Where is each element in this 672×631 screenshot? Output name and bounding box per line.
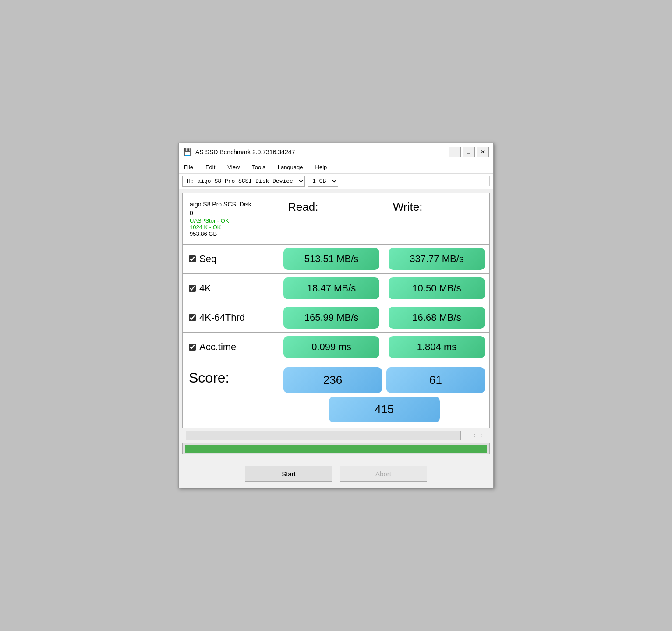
menu-edit[interactable]: Edit (203, 163, 218, 172)
seq-write-value: 337.77 MB/s (389, 248, 485, 270)
disk-size: 953.86 GB (190, 230, 272, 237)
app-icon: 💾 (183, 148, 192, 156)
window-title: AS SSD Benchmark 2.0.7316.34247 (195, 149, 445, 156)
progress-bar-container (186, 431, 461, 440)
4k64-label: 4K-64Thrd (199, 312, 245, 323)
menu-language[interactable]: Language (275, 163, 306, 172)
seq-write-cell: 337.77 MB/s (384, 245, 489, 274)
score-section: Score: 236 61 415 (182, 362, 490, 428)
device-info: aigo S8 Pro SCSI Disk 0 UASPStor - OK 10… (190, 200, 272, 237)
4k64-write-cell: 16.68 MB/s (384, 303, 489, 333)
window-controls: — □ ✕ (449, 147, 489, 157)
title-bar: 💾 AS SSD Benchmark 2.0.7316.34247 — □ ✕ (179, 143, 493, 161)
device-name: aigo S8 Pro SCSI Disk 0 (190, 200, 272, 217)
green-progress-bar (182, 443, 490, 454)
menu-view[interactable]: View (225, 163, 242, 172)
abort-button[interactable]: Abort (340, 466, 427, 482)
score-label-cell: Score: (183, 362, 279, 428)
score-values-cell: 236 61 415 (279, 362, 489, 428)
4k64-checkbox[interactable] (189, 314, 196, 321)
4k-write-value: 10.50 MB/s (389, 277, 485, 299)
menu-help[interactable]: Help (313, 163, 330, 172)
size-select[interactable]: 1 GB (308, 176, 338, 187)
4k64-label-cell: 4K-64Thrd (183, 303, 279, 333)
acctime-read-value: 0.099 ms (283, 336, 379, 358)
minimize-button[interactable]: — (449, 147, 461, 157)
score-top-row: 236 61 (283, 367, 485, 393)
acctime-label-cell: Acc.time (183, 333, 279, 362)
write-header: Write: (384, 193, 489, 245)
device-select[interactable]: H: aigo S8 Pro SCSI Disk Device (182, 176, 305, 187)
main-content: aigo S8 Pro SCSI Disk 0 UASPStor - OK 10… (179, 189, 493, 460)
4k-label: 4K (199, 283, 211, 294)
menu-file[interactable]: File (181, 163, 196, 172)
seq-label: Seq (199, 253, 216, 265)
menu-tools[interactable]: Tools (249, 163, 268, 172)
score-label: Score: (189, 370, 229, 386)
score-write-value: 61 (386, 367, 485, 393)
benchmark-grid: aigo S8 Pro SCSI Disk 0 UASPStor - OK 10… (182, 193, 490, 362)
acctime-label: Acc.time (199, 341, 236, 353)
green-bar-fill (185, 445, 487, 453)
toolbar: H: aigo S8 Pro SCSI Disk Device 1 GB (179, 174, 493, 189)
seq-label-cell: Seq (183, 245, 279, 274)
4k64-read-value: 165.99 MB/s (283, 307, 379, 329)
4k64-read-cell: 165.99 MB/s (279, 303, 384, 333)
score-total-value: 415 (329, 397, 440, 422)
acctime-write-cell: 1.804 ms (384, 333, 489, 362)
acctime-checkbox[interactable] (189, 344, 196, 351)
application-window: 💾 AS SSD Benchmark 2.0.7316.34247 — □ ✕ … (178, 143, 494, 488)
start-button[interactable]: Start (245, 466, 332, 482)
seq-checkbox[interactable] (189, 255, 196, 262)
uasp-status: UASPStor - OK (190, 217, 272, 224)
restore-button[interactable]: □ (463, 147, 475, 157)
header-empty: aigo S8 Pro SCSI Disk 0 UASPStor - OK 10… (183, 193, 279, 245)
close-button[interactable]: ✕ (477, 147, 489, 157)
read-header: Read: (279, 193, 384, 245)
score-read-value: 236 (283, 367, 382, 393)
4k-label-cell: 4K (183, 274, 279, 303)
menu-bar: File Edit View Tools Language Help (179, 161, 493, 174)
4k64-write-value: 16.68 MB/s (389, 307, 485, 329)
4k-read-value: 18.47 MB/s (283, 277, 379, 299)
4k-write-cell: 10.50 MB/s (384, 274, 489, 303)
acctime-read-cell: 0.099 ms (279, 333, 384, 362)
bottom-buttons: Start Abort (179, 460, 493, 488)
seq-read-value: 513.51 MB/s (283, 248, 379, 270)
cache-status: 1024 K - OK (190, 224, 272, 230)
progress-timer: –:–:– (464, 432, 486, 439)
acctime-write-value: 1.804 ms (389, 336, 485, 358)
progress-area: –:–:– (182, 428, 490, 443)
toolbar-spacer (341, 176, 490, 186)
4k-checkbox[interactable] (189, 285, 196, 292)
4k-read-cell: 18.47 MB/s (279, 274, 384, 303)
seq-read-cell: 513.51 MB/s (279, 245, 384, 274)
